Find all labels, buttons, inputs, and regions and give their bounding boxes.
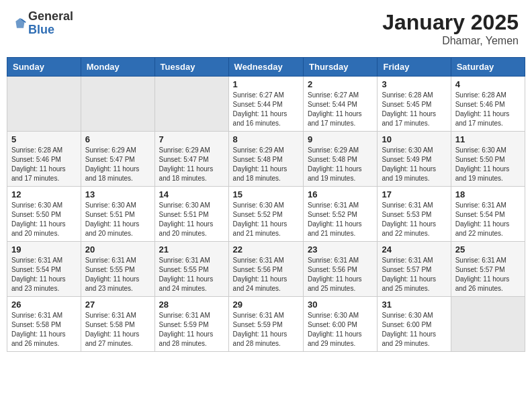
calendar-cell: 16Sunrise: 6:31 AMSunset: 5:52 PMDayligh…: [304, 187, 378, 242]
day-info: Sunrise: 6:29 AMSunset: 5:47 PMDaylight:…: [85, 146, 150, 183]
calendar-table: SundayMondayTuesdayWednesdayThursdayFrid…: [7, 57, 525, 352]
week-row-3: 12Sunrise: 6:30 AMSunset: 5:50 PMDayligh…: [7, 187, 525, 242]
day-info: Sunrise: 6:31 AMSunset: 5:55 PMDaylight:…: [85, 256, 150, 293]
calendar-cell: 8Sunrise: 6:29 AMSunset: 5:48 PMDaylight…: [228, 132, 303, 187]
day-number: 2: [308, 79, 373, 89]
day-info: Sunrise: 6:29 AMSunset: 5:47 PMDaylight:…: [159, 146, 224, 183]
day-number: 25: [455, 244, 521, 255]
calendar-cell: 2Sunrise: 6:27 AMSunset: 5:44 PMDaylight…: [304, 77, 378, 132]
day-number: 17: [382, 189, 446, 199]
location-title: Dhamar, Yemen: [382, 35, 519, 47]
week-row-5: 26Sunrise: 6:31 AMSunset: 5:58 PMDayligh…: [7, 297, 525, 352]
title-section: January 2025 Dhamar, Yemen: [382, 10, 519, 47]
logo-blue-text: Blue: [28, 24, 73, 37]
day-number: 28: [159, 300, 224, 310]
logo-text: General Blue: [28, 10, 73, 37]
day-info: Sunrise: 6:31 AMSunset: 5:54 PMDaylight:…: [11, 256, 77, 293]
day-number: 27: [85, 300, 150, 310]
calendar-cell: 18Sunrise: 6:31 AMSunset: 5:54 PMDayligh…: [451, 187, 525, 242]
calendar-cell: 21Sunrise: 6:31 AMSunset: 5:55 PMDayligh…: [154, 242, 228, 297]
week-row-1: 1Sunrise: 6:27 AMSunset: 5:44 PMDaylight…: [7, 77, 525, 132]
day-info: Sunrise: 6:31 AMSunset: 5:59 PMDaylight:…: [233, 311, 299, 349]
day-number: 9: [308, 134, 373, 144]
calendar-cell: 7Sunrise: 6:29 AMSunset: 5:47 PMDaylight…: [154, 132, 228, 187]
logo-icon: [13, 17, 27, 30]
weekday-header-row: SundayMondayTuesdayWednesdayThursdayFrid…: [7, 58, 525, 77]
day-info: Sunrise: 6:27 AMSunset: 5:44 PMDaylight:…: [233, 91, 299, 128]
day-number: 8: [233, 134, 299, 144]
day-info: Sunrise: 6:31 AMSunset: 5:58 PMDaylight:…: [85, 311, 150, 349]
calendar-cell: 9Sunrise: 6:29 AMSunset: 5:48 PMDaylight…: [304, 132, 378, 187]
day-number: 29: [233, 300, 299, 310]
weekday-sunday: Sunday: [7, 58, 81, 77]
calendar-cell: 26Sunrise: 6:31 AMSunset: 5:58 PMDayligh…: [7, 297, 81, 352]
weekday-monday: Monday: [81, 58, 154, 77]
calendar-cell: 27Sunrise: 6:31 AMSunset: 5:58 PMDayligh…: [81, 297, 154, 352]
calendar-cell: 11Sunrise: 6:30 AMSunset: 5:50 PMDayligh…: [451, 132, 525, 187]
day-info: Sunrise: 6:30 AMSunset: 6:00 PMDaylight:…: [382, 311, 446, 349]
day-number: 15: [233, 189, 299, 199]
day-info: Sunrise: 6:27 AMSunset: 5:44 PMDaylight:…: [308, 91, 373, 128]
week-row-4: 19Sunrise: 6:31 AMSunset: 5:54 PMDayligh…: [7, 242, 525, 297]
calendar-cell: 29Sunrise: 6:31 AMSunset: 5:59 PMDayligh…: [228, 297, 303, 352]
calendar-cell: [451, 297, 525, 352]
day-number: 16: [308, 189, 373, 199]
calendar-cell: 20Sunrise: 6:31 AMSunset: 5:55 PMDayligh…: [81, 242, 154, 297]
day-number: 6: [85, 134, 150, 144]
calendar-cell: [7, 77, 81, 132]
day-number: 18: [455, 189, 521, 199]
weekday-tuesday: Tuesday: [154, 58, 228, 77]
day-info: Sunrise: 6:31 AMSunset: 5:52 PMDaylight:…: [308, 201, 373, 238]
calendar-cell: 5Sunrise: 6:28 AMSunset: 5:46 PMDaylight…: [7, 132, 81, 187]
calendar-cell: [81, 77, 154, 132]
day-number: 5: [11, 134, 77, 144]
calendar-cell: 24Sunrise: 6:31 AMSunset: 5:57 PMDayligh…: [378, 242, 451, 297]
calendar-cell: 31Sunrise: 6:30 AMSunset: 6:00 PMDayligh…: [378, 297, 451, 352]
day-info: Sunrise: 6:31 AMSunset: 5:57 PMDaylight:…: [455, 256, 521, 293]
day-info: Sunrise: 6:30 AMSunset: 5:50 PMDaylight:…: [455, 146, 521, 183]
day-number: 20: [85, 244, 150, 255]
calendar-cell: 12Sunrise: 6:30 AMSunset: 5:50 PMDayligh…: [7, 187, 81, 242]
day-info: Sunrise: 6:30 AMSunset: 6:00 PMDaylight:…: [308, 311, 373, 349]
day-info: Sunrise: 6:31 AMSunset: 5:56 PMDaylight:…: [233, 256, 299, 293]
calendar-cell: 15Sunrise: 6:30 AMSunset: 5:52 PMDayligh…: [228, 187, 303, 242]
day-number: 3: [382, 79, 446, 89]
day-number: 4: [455, 79, 521, 89]
calendar-cell: 25Sunrise: 6:31 AMSunset: 5:57 PMDayligh…: [451, 242, 525, 297]
day-info: Sunrise: 6:31 AMSunset: 5:55 PMDaylight:…: [159, 256, 224, 293]
logo-general-text: General: [28, 10, 73, 24]
calendar-cell: 10Sunrise: 6:30 AMSunset: 5:49 PMDayligh…: [378, 132, 451, 187]
day-number: 23: [308, 244, 373, 255]
day-number: 7: [159, 134, 224, 144]
day-number: 13: [85, 189, 150, 199]
calendar-cell: 13Sunrise: 6:30 AMSunset: 5:51 PMDayligh…: [81, 187, 154, 242]
week-row-2: 5Sunrise: 6:28 AMSunset: 5:46 PMDaylight…: [7, 132, 525, 187]
month-title: January 2025: [382, 10, 519, 35]
day-info: Sunrise: 6:31 AMSunset: 5:59 PMDaylight:…: [159, 311, 224, 349]
calendar-cell: 22Sunrise: 6:31 AMSunset: 5:56 PMDayligh…: [228, 242, 303, 297]
day-info: Sunrise: 6:29 AMSunset: 5:48 PMDaylight:…: [308, 146, 373, 183]
calendar-cell: 17Sunrise: 6:31 AMSunset: 5:53 PMDayligh…: [378, 187, 451, 242]
calendar-cell: 23Sunrise: 6:31 AMSunset: 5:56 PMDayligh…: [304, 242, 378, 297]
calendar-cell: 1Sunrise: 6:27 AMSunset: 5:44 PMDaylight…: [228, 77, 303, 132]
day-info: Sunrise: 6:31 AMSunset: 5:53 PMDaylight:…: [382, 201, 446, 238]
day-info: Sunrise: 6:30 AMSunset: 5:50 PMDaylight:…: [11, 201, 77, 238]
calendar-cell: 19Sunrise: 6:31 AMSunset: 5:54 PMDayligh…: [7, 242, 81, 297]
day-info: Sunrise: 6:30 AMSunset: 5:51 PMDaylight:…: [85, 201, 150, 238]
day-number: 10: [382, 134, 446, 144]
weekday-thursday: Thursday: [304, 58, 378, 77]
weekday-saturday: Saturday: [451, 58, 525, 77]
calendar-cell: 30Sunrise: 6:30 AMSunset: 6:00 PMDayligh…: [304, 297, 378, 352]
day-number: 19: [11, 244, 77, 255]
page-header: General Blue January 2025 Dhamar, Yemen: [7, 7, 525, 50]
day-info: Sunrise: 6:29 AMSunset: 5:48 PMDaylight:…: [233, 146, 299, 183]
day-info: Sunrise: 6:30 AMSunset: 5:51 PMDaylight:…: [159, 201, 224, 238]
calendar-cell: [154, 77, 228, 132]
calendar-cell: 4Sunrise: 6:28 AMSunset: 5:46 PMDaylight…: [451, 77, 525, 132]
day-number: 11: [455, 134, 521, 144]
day-number: 22: [233, 244, 299, 255]
day-info: Sunrise: 6:31 AMSunset: 5:54 PMDaylight:…: [455, 201, 521, 238]
calendar-cell: 14Sunrise: 6:30 AMSunset: 5:51 PMDayligh…: [154, 187, 228, 242]
day-number: 31: [382, 300, 446, 310]
day-number: 14: [159, 189, 224, 199]
